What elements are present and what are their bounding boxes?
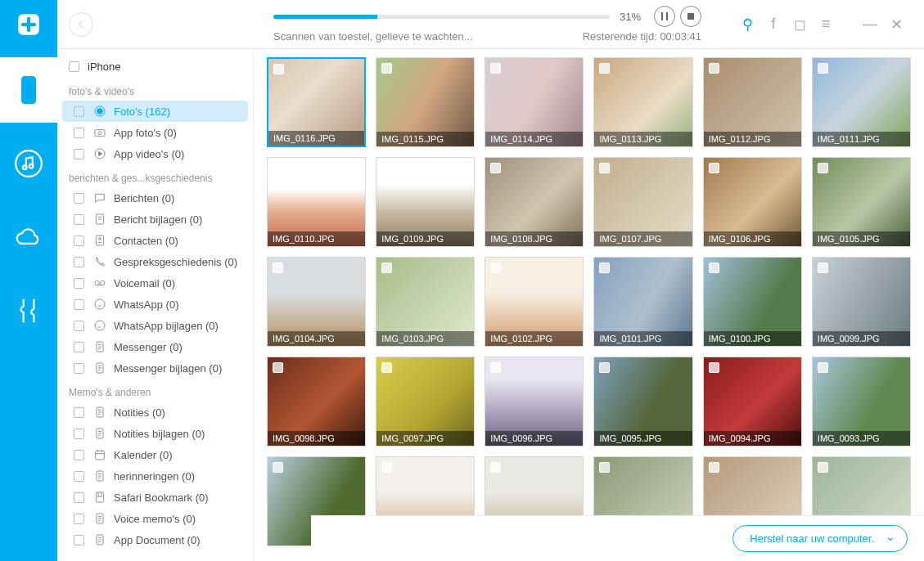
item-checkbox[interactable] <box>74 106 84 117</box>
thumb-checkbox[interactable] <box>381 163 392 173</box>
thumb-checkbox[interactable] <box>709 462 719 473</box>
thumb-checkbox[interactable] <box>490 263 501 273</box>
item-checkbox[interactable] <box>74 342 84 352</box>
thumb-checkbox[interactable] <box>273 362 283 373</box>
photo-thumb[interactable]: IMG_0114.JPG <box>485 57 584 147</box>
sidebar-item[interactable]: Messenger bijlagen (0) <box>57 357 253 379</box>
thumb-checkbox[interactable] <box>381 462 392 473</box>
photo-thumb[interactable]: IMG_0115.JPG <box>376 57 475 147</box>
sidebar-item[interactable]: Foto's (162) <box>62 101 248 122</box>
item-checkbox[interactable] <box>74 278 84 289</box>
sidebar-item[interactable]: App foto's (0) <box>57 122 253 143</box>
rail-tools-button[interactable] <box>0 278 57 343</box>
back-button[interactable] <box>69 12 93 37</box>
item-checkbox[interactable] <box>74 193 84 204</box>
sidebar-item[interactable]: herinneringen (0) <box>57 465 253 487</box>
item-checkbox[interactable] <box>74 471 84 482</box>
photo-thumb[interactable]: IMG_0112.JPG <box>703 57 802 147</box>
item-checkbox[interactable] <box>74 450 84 460</box>
item-checkbox[interactable] <box>74 492 84 503</box>
photo-thumb[interactable]: IMG_0116.JPG <box>267 57 366 147</box>
thumb-checkbox[interactable] <box>381 263 392 273</box>
thumb-checkbox[interactable] <box>490 362 501 373</box>
photo-thumb[interactable]: IMG_0110.JPG <box>267 157 366 247</box>
rail-cloud-button[interactable] <box>0 204 57 270</box>
sidebar-item[interactable]: Kalender (0) <box>57 444 253 465</box>
photo-thumb[interactable]: IMG_0109.JPG <box>376 157 475 247</box>
thumb-checkbox[interactable] <box>709 263 719 273</box>
thumb-checkbox[interactable] <box>490 462 501 473</box>
photo-thumb[interactable]: IMG_0113.JPG <box>593 57 692 147</box>
photo-thumb[interactable]: IMG_0108.JPG <box>485 157 584 247</box>
photo-thumb[interactable]: IMG_0101.JPG <box>593 257 692 347</box>
item-checkbox[interactable] <box>74 236 84 246</box>
rail-device-button[interactable] <box>0 57 57 123</box>
photo-thumb[interactable]: IMG_0094.JPG <box>703 357 802 447</box>
minimize-button[interactable]: — <box>860 16 880 33</box>
thumb-checkbox[interactable] <box>273 263 283 273</box>
sidebar-item[interactable]: Voice memo's (0) <box>57 508 253 529</box>
rail-music-button[interactable] <box>0 131 57 196</box>
thumb-checkbox[interactable] <box>381 362 392 373</box>
item-checkbox[interactable] <box>74 514 84 524</box>
photo-thumb[interactable]: IMG_0107.JPG <box>593 157 692 247</box>
photo-thumb[interactable]: IMG_0098.JPG <box>267 357 366 447</box>
thumb-checkbox[interactable] <box>818 263 828 273</box>
thumb-checkbox[interactable] <box>599 63 610 74</box>
item-checkbox[interactable] <box>74 535 84 545</box>
sidebar-item[interactable]: Contacten (0) <box>57 230 253 251</box>
thumb-checkbox[interactable] <box>599 163 610 173</box>
device-checkbox[interactable] <box>69 61 79 72</box>
thumb-checkbox[interactable] <box>490 63 501 74</box>
photo-thumb[interactable]: IMG_0097.JPG <box>376 357 475 447</box>
item-checkbox[interactable] <box>74 214 84 225</box>
item-checkbox[interactable] <box>74 363 84 374</box>
thumb-checkbox[interactable] <box>599 263 610 273</box>
thumb-checkbox[interactable] <box>599 362 610 373</box>
thumb-checkbox[interactable] <box>709 163 719 173</box>
thumb-checkbox[interactable] <box>273 462 283 473</box>
facebook-icon[interactable]: f <box>764 16 783 33</box>
sidebar-item[interactable]: Messenger (0) <box>57 336 253 357</box>
thumb-checkbox[interactable] <box>818 163 828 173</box>
photo-thumb[interactable]: IMG_0104.JPG <box>267 257 366 347</box>
thumb-checkbox[interactable] <box>273 64 284 74</box>
sidebar-item[interactable]: Notities (0) <box>57 402 253 423</box>
menu-icon[interactable]: ≡ <box>816 16 836 33</box>
close-button[interactable]: ✕ <box>886 16 906 34</box>
sidebar-item[interactable]: App Document (0) <box>57 529 253 550</box>
sidebar-item[interactable]: Notities bijlagen (0) <box>57 423 253 444</box>
thumb-checkbox[interactable] <box>818 63 828 74</box>
thumb-checkbox[interactable] <box>818 462 828 473</box>
recover-button[interactable]: Herstel naar uw computer. <box>732 525 908 552</box>
thumb-checkbox[interactable] <box>490 163 501 173</box>
photo-thumb[interactable]: IMG_0093.JPG <box>812 357 911 447</box>
item-checkbox[interactable] <box>74 257 84 267</box>
key-icon[interactable]: ⚲ <box>737 16 757 34</box>
feedback-icon[interactable]: ◻ <box>790 16 809 34</box>
thumb-checkbox[interactable] <box>709 63 719 74</box>
sidebar-item[interactable]: Bericht bijlagen (0) <box>57 209 253 230</box>
sidebar-item[interactable]: WhatsApp bijlagen (0) <box>57 315 253 336</box>
photo-thumb[interactable]: IMG_0105.JPG <box>812 157 911 247</box>
item-checkbox[interactable] <box>74 407 84 418</box>
device-row[interactable]: iPhone <box>57 56 253 78</box>
thumb-checkbox[interactable] <box>818 362 828 373</box>
thumb-checkbox[interactable] <box>599 462 610 473</box>
pause-button[interactable] <box>654 6 675 27</box>
photo-thumb[interactable]: IMG_0106.JPG <box>703 157 802 247</box>
photo-thumb[interactable]: IMG_0102.JPG <box>485 257 584 347</box>
photo-thumb[interactable]: IMG_0099.JPG <box>812 257 911 347</box>
item-checkbox[interactable] <box>74 299 84 310</box>
photo-thumb[interactable]: IMG_0096.JPG <box>485 357 584 447</box>
thumb-checkbox[interactable] <box>381 63 392 74</box>
sidebar-item[interactable]: Voicemail (0) <box>57 272 253 294</box>
item-checkbox[interactable] <box>74 149 84 159</box>
photo-thumb[interactable]: IMG_0103.JPG <box>376 257 475 347</box>
item-checkbox[interactable] <box>74 321 84 331</box>
stop-button[interactable] <box>680 6 701 27</box>
item-checkbox[interactable] <box>74 429 84 439</box>
thumb-checkbox[interactable] <box>709 362 719 373</box>
thumb-checkbox[interactable] <box>273 163 283 173</box>
photo-thumb[interactable]: IMG_0095.JPG <box>593 357 692 447</box>
